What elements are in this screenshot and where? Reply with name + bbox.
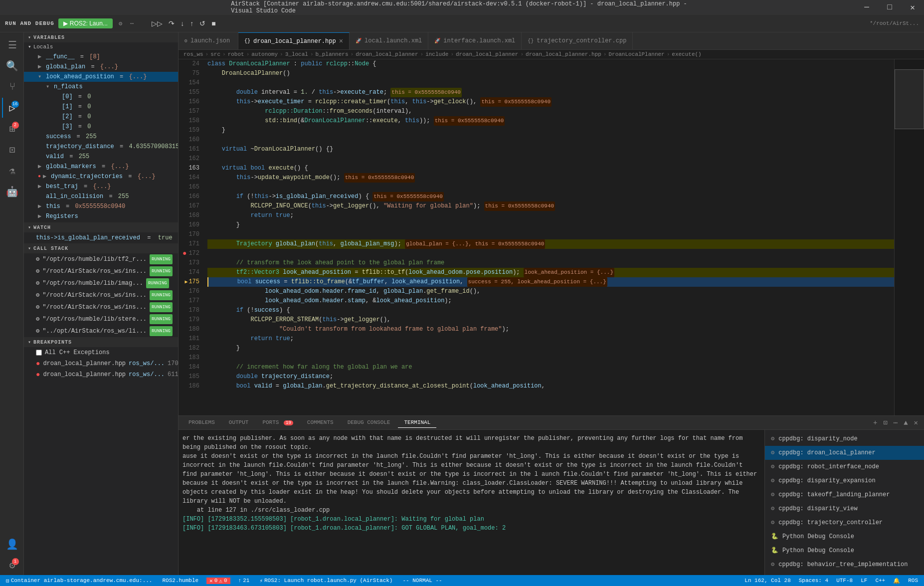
bp-item-droan-611[interactable]: ● droan_local_planner.hpp ros_ws/... 611 [24, 369, 178, 380]
stack-item[interactable]: ⚙ "../opt/AirStack/ros_ws/li... RUNNING [24, 325, 178, 337]
tab-problems[interactable]: PROBLEMS [183, 417, 221, 428]
split-terminal-icon[interactable]: ⊡ [881, 417, 889, 428]
more-actions-icon[interactable]: ⋯ [892, 417, 900, 428]
stack-item[interactable]: ⚙ "/root/AirStack/ros_ws/ins... RUNNING [24, 265, 178, 277]
stack-item[interactable]: ⚙ "/root/AirStack/ros_ws/ins... RUNNING [24, 301, 178, 313]
language-status[interactable]: C++ [873, 578, 887, 584]
var-item-valid[interactable]: valid = 255 [24, 152, 178, 162]
sidebar-item-settings[interactable]: ⚙ 1 [2, 555, 22, 575]
restart-button[interactable]: ↺ [197, 18, 207, 28]
breadcrumb-item[interactable]: b_planners [316, 51, 349, 57]
breadcrumb-item[interactable]: autonomy [251, 51, 278, 57]
minimap-thumb[interactable] [895, 69, 924, 129]
breadcrumb-item[interactable]: 3_local [285, 51, 308, 57]
tab-local-launch[interactable]: 🚀 local.launch.xml [350, 32, 428, 49]
code-content[interactable]: class DroanLocalPlanner : public rclcpp:… [203, 59, 894, 415]
var-item-dynamic-traj[interactable]: ● ▶ dynamic_trajectories = {...} [24, 172, 178, 182]
var-item-registers[interactable]: ▶ Registers [24, 211, 178, 221]
notification-status[interactable]: 🔔 [891, 578, 902, 584]
var-item-n-floats[interactable]: ▾ n_floats [24, 82, 178, 92]
sidebar-item-scm[interactable]: ⑂ [2, 77, 22, 97]
locals-header[interactable]: ▾ Locals [24, 42, 178, 51]
breadcrumb-item[interactable]: execute() [672, 51, 701, 57]
debug-session-robot-interface[interactable]: ⚙ cppdbg: robot_interface_node [765, 460, 924, 474]
gear-icon[interactable]: ⚙ [117, 19, 124, 28]
stack-item[interactable]: ⚙ "/opt/ros/humble/lib/stere... RUNNING [24, 313, 178, 325]
var-item-func[interactable]: ▶ __func__ = [8] [24, 52, 178, 62]
breadcrumb-item[interactable]: src [210, 51, 220, 57]
stack-item[interactable]: ⚙ "/root/AirStack/ros_ws/ins... RUNNING [24, 289, 178, 301]
breadcrumb-item[interactable]: DroanLocalPlanner [608, 51, 664, 57]
watch-header[interactable]: ▾ WATCH [24, 222, 178, 232]
var-item-all-collision[interactable]: all_in_collision = 255 [24, 192, 178, 201]
breadcrumb-item[interactable]: droan_local_planner [456, 51, 518, 57]
var-item-arr-3[interactable]: [3] = 0 [24, 122, 178, 132]
stop-button[interactable]: ■ [209, 18, 217, 28]
debug-session-python-2[interactable]: 🐍 Python Debug Console [765, 544, 924, 558]
debug-session-disparity-expansion[interactable]: ⚙ cppdbg: disparity_expansion [765, 474, 924, 488]
maximize-panel-icon[interactable]: ▲ [902, 418, 910, 428]
add-terminal-icon[interactable]: + [871, 418, 879, 428]
var-item-look-ahead[interactable]: ▾ look_ahead_position = {...} [24, 72, 178, 82]
tab-output[interactable]: OUTPUT [223, 417, 255, 428]
sidebar-item-robot[interactable]: 🤖 [2, 182, 22, 201]
breadcrumb-item[interactable]: include [425, 51, 448, 57]
watch-item[interactable]: this->is_global_plan_received = true [24, 232, 178, 243]
debug-session-disparity-node[interactable]: ⚙ cppdbg: disparity_node [765, 432, 924, 446]
ros-status[interactable]: ROS [906, 578, 920, 584]
var-item-best-traj[interactable]: ▶ best_traj = {...} [24, 182, 178, 192]
sidebar-item-extensions[interactable]: ⊞ 2 [2, 119, 22, 139]
git-status[interactable]: ↑ 21 [236, 578, 252, 584]
variables-header[interactable]: ▾ VARIABLES [24, 32, 178, 42]
breadcrumb-item[interactable]: robot [228, 51, 244, 57]
step-into-button[interactable]: ↓ [179, 18, 186, 28]
debug-session-behavior-exec[interactable]: ⚙ cppdbg: behavior_executive [765, 572, 924, 575]
stack-item[interactable]: ⚙ "/opt/ros/humble/lib/imag... RUNNING [24, 277, 178, 289]
tab-ports[interactable]: PORTS 19 [256, 417, 299, 428]
terminal[interactable]: er the existing publisher. As soon as an… [179, 430, 764, 575]
var-item-global-markers[interactable]: ▶ global_markers = {...} [24, 162, 178, 172]
var-item-global-plan[interactable]: ▶ global_plan = {...} [24, 62, 178, 72]
breadcrumb-item[interactable]: ros_ws [184, 51, 203, 57]
breadcrumb-item[interactable]: droan_local_planner.hpp [526, 51, 601, 57]
sidebar-item-debug[interactable]: ▷ 16 [2, 98, 22, 118]
debug-session-python-1[interactable]: 🐍 Python Debug Console [765, 530, 924, 544]
minimize-button[interactable]: ─ [855, 0, 878, 15]
var-item-this[interactable]: ▶ this = 0x5555558c0940 [24, 201, 178, 211]
var-item-arr-0[interactable]: [0] = 0 [24, 92, 178, 102]
sidebar-item-search[interactable]: 🔍 [2, 56, 22, 76]
tab-droan-local-planner[interactable]: {} droan_local_planner.hpp × [238, 32, 350, 49]
sidebar-item-account[interactable]: 👤 [2, 534, 22, 554]
bp-item-cpp-exceptions[interactable]: All C++ Exceptions [24, 347, 178, 358]
debug-session-traj-controller[interactable]: ⚙ cppdbg: trajectory_controller [765, 516, 924, 530]
step-out-button[interactable]: ↑ [188, 18, 195, 28]
var-item-arr-2[interactable]: [2] = 0 [24, 112, 178, 122]
debug-session-behavior-tree[interactable]: ⚙ cppdbg: behavior_tree_implementation [765, 558, 924, 572]
ros2-status[interactable]: ROS2.humble [160, 578, 200, 584]
tab-debug-console[interactable]: DEBUG CONSOLE [342, 417, 396, 428]
breakpoints-header[interactable]: ▾ BREAKPOINTS [24, 337, 178, 347]
run-button[interactable]: ▶ ROS2: Laun... [58, 18, 113, 28]
more-icon[interactable]: ⋯ [128, 19, 136, 28]
close-icon[interactable]: × [339, 37, 343, 45]
debug-session-takeoff[interactable]: ⚙ cppdbg: takeoff_landing_planner [765, 488, 924, 502]
close-button[interactable]: ✕ [901, 0, 924, 15]
indentation-status[interactable]: Spaces: 4 [797, 578, 830, 584]
stack-item[interactable]: ⚙ "/opt/ros/humble/lib/tf2_r... RUNNING [24, 253, 178, 265]
sidebar-item-flask[interactable]: ⚗ [2, 161, 22, 181]
step-over-button[interactable]: ↷ [167, 18, 177, 28]
tab-launch-json[interactable]: ⚙ launch.json [179, 32, 238, 49]
ros2-launch-status[interactable]: ⚡ ROS2: Launch robot.launch.py (AirStack… [257, 578, 394, 584]
tab-terminal[interactable]: TERMINAL [398, 417, 436, 428]
cursor-position[interactable]: Ln 162, Col 28 [742, 578, 792, 584]
callstack-header[interactable]: ▾ CALL STACK [24, 243, 178, 253]
eol-status[interactable]: LF [859, 578, 869, 584]
var-item-traj-dist[interactable]: trajectory_distance = 4.63557090831592..… [24, 142, 178, 152]
tab-comments[interactable]: COMMENTS [301, 417, 340, 428]
debug-session-disparity-view[interactable]: ⚙ cppdbg: disparity_view [765, 502, 924, 516]
tab-traj-controller[interactable]: {} trajectory_controller.cpp [522, 32, 633, 49]
bp-item-droan-170[interactable]: ● droan_local_planner.hpp ros_ws/... 170 [24, 358, 178, 369]
tab-interface-launch[interactable]: 🚀 interface.launch.xml [428, 32, 522, 49]
sidebar-item-remote[interactable]: ⊡ [2, 140, 22, 160]
close-panel-icon[interactable]: ✕ [912, 417, 920, 428]
